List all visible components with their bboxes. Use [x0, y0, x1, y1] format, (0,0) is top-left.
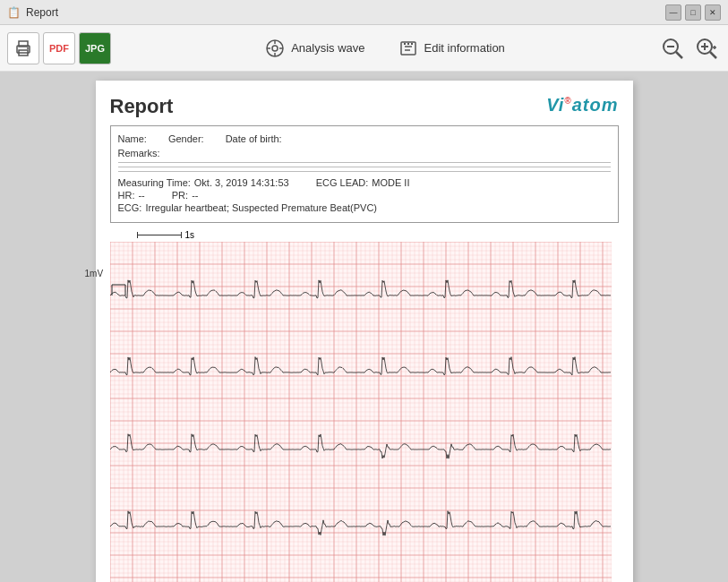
gender-label: Gender:: [168, 133, 204, 144]
scale-line: [137, 235, 182, 235]
ecg-diagnosis-label: ECG:: [118, 202, 142, 213]
jpg-button[interactable]: JPG: [79, 32, 111, 64]
ecg-canvas-wrapper: 1mV: [110, 242, 619, 582]
remarks-label: Remarks:: [118, 148, 160, 158]
ecg-lead-field: ECG LEAD: MODE II: [316, 177, 410, 188]
minimize-button[interactable]: —: [665, 4, 681, 21]
pr-field: PR: --: [172, 190, 199, 201]
ecg-chart: [110, 242, 612, 582]
pr-label: PR:: [172, 190, 188, 201]
name-field: Name:: [118, 133, 150, 144]
zoom-in-button[interactable]: [692, 34, 721, 63]
remarks-row: Remarks:: [118, 148, 611, 158]
pdf-button[interactable]: PDF: [43, 32, 75, 64]
main-content[interactable]: Report Vi®atom Name: Gender: Date of bir…: [0, 72, 728, 582]
zoom-out-button[interactable]: [658, 34, 687, 63]
report-page: Report Vi®atom Name: Gender: Date of bir…: [96, 81, 633, 582]
amplitude-scale-label: 1mV: [85, 269, 104, 278]
toolbar-zoom-group: [658, 34, 721, 63]
divider-1: [118, 162, 611, 163]
report-header: Report Vi®atom: [110, 95, 619, 118]
ecg-lead-label: ECG LEAD:: [316, 177, 369, 188]
svg-point-3: [27, 47, 29, 49]
zoom-out-icon: [661, 37, 684, 60]
hr-label: HR:: [118, 190, 135, 201]
titlebar-controls: — □ ✕: [665, 4, 721, 21]
print-button[interactable]: [7, 32, 39, 64]
app-title: Report: [26, 6, 58, 19]
printer-icon: [14, 39, 32, 57]
close-button[interactable]: ✕: [705, 4, 721, 21]
toolbar: PDF JPG Analysis wave: [0, 25, 728, 72]
measuring-time-value: Okt. 3, 2019 14:31:53: [194, 177, 289, 188]
edit-information-button[interactable]: Edit information: [390, 34, 512, 63]
pr-value: --: [192, 190, 198, 201]
pdf-icon: PDF: [49, 43, 69, 54]
report-title: Report: [110, 95, 174, 118]
measuring-time-field: Measuring Time: Okt. 3, 2019 14:31:53: [118, 177, 289, 188]
measuring-time-row: Measuring Time: Okt. 3, 2019 14:31:53 EC…: [118, 177, 611, 188]
app-icon: 📋: [7, 6, 21, 19]
time-scale-label: 1s: [185, 230, 195, 240]
hr-value: --: [138, 190, 144, 201]
analysis-wave-label: Analysis wave: [291, 41, 364, 55]
name-label: Name:: [118, 133, 147, 144]
toolbar-nav-group: Analysis wave Edit information: [115, 34, 655, 63]
analysis-wave-button[interactable]: Analysis wave: [257, 34, 372, 63]
titlebar-left: 📋 Report: [7, 6, 58, 19]
svg-line-22: [710, 52, 716, 58]
hr-pr-row: HR: -- PR: --: [118, 190, 611, 201]
edit-information-label: Edit information: [424, 41, 505, 55]
remarks-field: Remarks:: [118, 148, 164, 158]
jpg-icon: JPG: [85, 43, 105, 54]
svg-point-5: [272, 46, 278, 51]
toolbar-left-group: PDF JPG: [7, 32, 111, 64]
ecg-lead-value: MODE II: [372, 177, 409, 188]
ecg-area: 1s 1mV: [110, 230, 619, 582]
ecg-diagnosis-row: ECG: Irregular heartbeat; Suspected Prem…: [118, 202, 611, 213]
divider-3: [118, 171, 611, 172]
maximize-button[interactable]: □: [685, 4, 701, 21]
name-gender-dob-row: Name: Gender: Date of birth:: [118, 133, 611, 144]
ecg-scale-bar: 1s: [137, 230, 619, 240]
viatom-logo: Vi®atom: [546, 95, 618, 116]
svg-line-18: [676, 52, 682, 58]
patient-info-box: Name: Gender: Date of birth: Remarks:: [110, 125, 619, 223]
measuring-time-label: Measuring Time:: [118, 177, 191, 188]
zoom-in-icon: [695, 37, 718, 60]
divider-2: [118, 167, 611, 167]
gender-field: Gender:: [168, 133, 208, 144]
hr-field: HR: --: [118, 190, 145, 201]
dob-label: Date of birth:: [226, 133, 282, 144]
analysis-wave-icon: [264, 38, 286, 59]
dob-field: Date of birth:: [226, 133, 286, 144]
titlebar: 📋 Report — □ ✕: [0, 0, 728, 25]
ecg-diagnosis-value: Irregular heartbeat; Suspected Premature…: [145, 202, 377, 213]
ecg-diagnosis-field: ECG: Irregular heartbeat; Suspected Prem…: [118, 202, 378, 213]
edit-information-icon: [398, 38, 419, 59]
